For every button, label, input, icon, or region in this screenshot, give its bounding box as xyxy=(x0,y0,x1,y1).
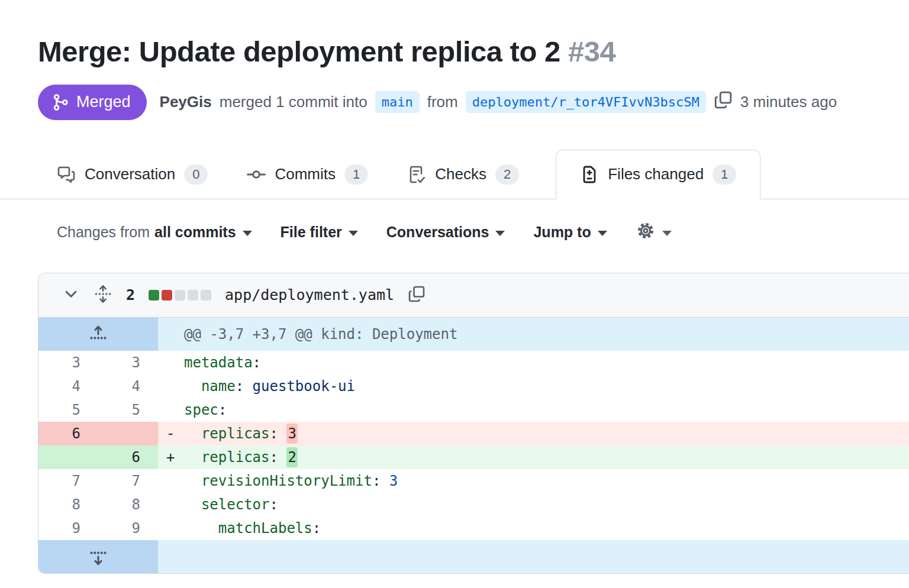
git-merge-icon xyxy=(51,93,69,111)
gear-icon xyxy=(636,221,656,244)
file-diff-header: 2 app/deployment.yaml xyxy=(38,273,909,318)
code-token: : xyxy=(218,402,227,418)
tab-conversation-counter: 0 xyxy=(184,164,208,185)
conversations-label: Conversations xyxy=(386,224,489,241)
expander-spacer xyxy=(158,540,909,573)
code-token xyxy=(184,425,201,442)
tab-conversation-label: Conversation xyxy=(85,165,175,183)
diff-sign xyxy=(158,398,184,422)
code-line: replicas: 2 xyxy=(184,445,909,469)
code-line: spec: xyxy=(184,398,909,422)
new-line-number[interactable]: 5 xyxy=(98,398,158,422)
jump-to-label: Jump to xyxy=(533,224,591,241)
code-token: : xyxy=(312,520,321,537)
old-line-number[interactable]: 8 xyxy=(38,493,98,516)
changes-from-dropdown[interactable]: Changes from all commits xyxy=(57,224,252,241)
code-token: : xyxy=(270,425,287,442)
old-line-number[interactable]: 9 xyxy=(38,516,98,540)
code-token: : xyxy=(253,354,261,371)
code-line: revisionHistoryLimit: 3 xyxy=(184,469,909,493)
old-line-number[interactable]: 4 xyxy=(38,374,98,398)
file-changes-count: 2 xyxy=(126,286,135,303)
tab-commits[interactable]: Commits 1 xyxy=(247,150,368,199)
old-line-number[interactable]: 5 xyxy=(38,398,98,422)
code-line: matchLabels: xyxy=(184,516,909,540)
tab-checks[interactable]: Checks 2 xyxy=(407,150,519,199)
file-filter-dropdown[interactable]: File filter xyxy=(281,224,358,241)
expand-down-row xyxy=(38,540,909,573)
code-token xyxy=(184,473,201,489)
code-token: : xyxy=(236,378,253,395)
diff-rows: @@ -3,7 +3,7 @@ kind: Deployment33metada… xyxy=(38,318,909,573)
comment-discussion-icon xyxy=(57,165,76,184)
diffstat-square-neutral xyxy=(201,290,211,301)
checklist-icon xyxy=(407,165,426,184)
tab-conversation[interactable]: Conversation 0 xyxy=(57,150,208,199)
byline-from-text: from xyxy=(427,93,458,111)
code-token: selector xyxy=(201,496,270,513)
head-branch-label[interactable]: deployment/r_tor4VFIvvN3bscSM xyxy=(466,91,706,113)
new-line-number[interactable]: 7 xyxy=(98,469,158,493)
diff-sign: + xyxy=(158,445,184,469)
code-token xyxy=(184,449,201,466)
chevron-down-icon xyxy=(598,231,607,236)
conversations-dropdown[interactable]: Conversations xyxy=(386,224,505,241)
copy-branch-button[interactable] xyxy=(714,91,733,114)
code-line: metadata: xyxy=(184,351,909,374)
merged-status-badge: Merged xyxy=(38,85,147,120)
file-name-link[interactable]: app/deployment.yaml xyxy=(225,286,394,303)
collapse-file-button[interactable] xyxy=(62,285,80,305)
tab-files-changed[interactable]: Files changed 1 xyxy=(556,150,760,199)
code-token: 3 xyxy=(286,424,297,444)
diffstat-square-neutral xyxy=(175,290,185,301)
new-line-number[interactable]: 6 xyxy=(98,445,158,469)
diff-line-context: 77 revisionHistoryLimit: 3 xyxy=(38,469,909,493)
expand-all-button[interactable] xyxy=(94,285,112,306)
pr-author-link[interactable]: PeyGis xyxy=(160,93,212,111)
new-line-number[interactable]: 3 xyxy=(98,351,158,374)
base-branch-label[interactable]: main xyxy=(375,91,420,113)
copy-file-path-button[interactable] xyxy=(408,285,426,305)
chevron-down-icon xyxy=(243,231,252,236)
expand-up-button[interactable] xyxy=(38,318,158,351)
code-token: metadata xyxy=(184,354,253,371)
diff-line-context: 99 matchLabels: xyxy=(38,516,909,540)
diff-sign: - xyxy=(158,422,184,445)
code-line: replicas: 3 xyxy=(184,422,909,445)
diffstat-square-addition xyxy=(149,290,159,301)
pr-title-text: Merge: Update deployment replica to 2 xyxy=(38,35,560,67)
new-line-number[interactable] xyxy=(98,422,158,445)
code-token: guestbook-ui xyxy=(253,378,355,395)
old-line-number[interactable]: 3 xyxy=(38,351,98,374)
code-token xyxy=(184,496,201,513)
diffstat-square-neutral xyxy=(188,290,198,301)
new-line-number[interactable]: 4 xyxy=(98,374,158,398)
new-line-number[interactable]: 9 xyxy=(98,516,158,540)
old-line-number[interactable]: 7 xyxy=(38,469,98,493)
diffstat-square-deletion xyxy=(162,290,172,301)
file-diff-card: 2 app/deployment.yaml @@ -3,7 +3,7 @@ ki… xyxy=(38,273,909,574)
chevron-down-icon xyxy=(495,231,505,236)
changes-from-value: all commits xyxy=(154,224,236,241)
code-token: : xyxy=(372,473,389,489)
new-line-number[interactable]: 8 xyxy=(98,493,158,516)
byline-action-text: merged 1 commit into xyxy=(220,93,368,111)
code-token: revisionHistoryLimit xyxy=(201,473,372,489)
tab-commits-counter: 1 xyxy=(344,164,368,185)
old-line-number[interactable]: 6 xyxy=(38,422,98,445)
code-token xyxy=(184,378,201,395)
chevron-down-icon xyxy=(349,231,358,236)
old-line-number[interactable] xyxy=(38,445,98,469)
hunk-header-text: @@ -3,7 +3,7 @@ kind: Deployment xyxy=(158,318,909,351)
code-token: : xyxy=(270,496,278,513)
expand-down-button[interactable] xyxy=(38,540,158,573)
jump-to-dropdown[interactable]: Jump to xyxy=(533,224,607,241)
code-token: 2 xyxy=(286,447,297,467)
code-token: : xyxy=(270,449,287,466)
diff-settings-dropdown[interactable] xyxy=(636,221,672,244)
page-title: Merge: Update deployment replica to 2 #3… xyxy=(38,34,909,69)
code-token: replicas xyxy=(201,449,270,466)
tab-checks-counter: 2 xyxy=(495,164,519,185)
file-filter-label: File filter xyxy=(281,224,342,241)
copy-icon xyxy=(408,285,426,305)
